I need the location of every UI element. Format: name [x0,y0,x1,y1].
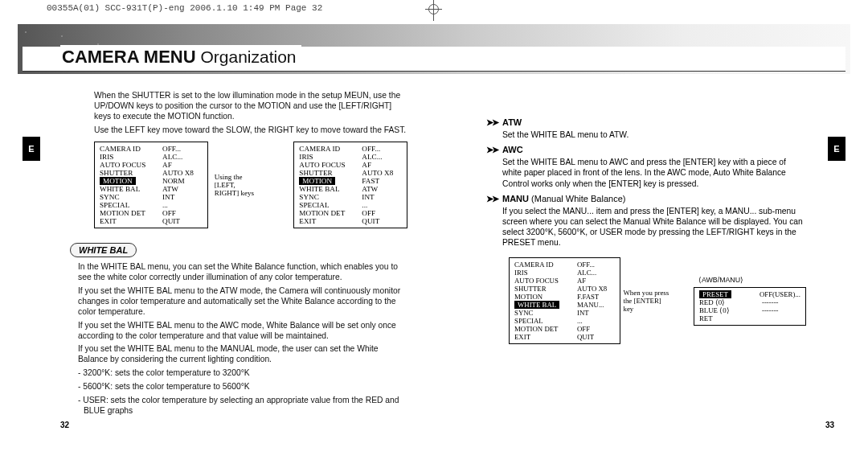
menu-row: WHITE BALATW [299,185,402,193]
menu-block-c: CAMERA IDOFF...IRISALC...AUTO FOCUSAFSHU… [509,257,620,344]
page-number-right: 33 [825,421,834,429]
menu-label: MOTION [299,177,335,185]
menu-row: SHUTTERAUTO X8 [100,169,203,177]
side-tab-left: E [23,137,40,161]
menu-label: MOTION DET [299,209,345,217]
menu-row: SYNCINT [299,193,402,201]
awb-head: ⟨AWB/MANU⟩ [698,276,806,284]
menu-value: INT [162,193,174,201]
menu-value: ATW [362,185,378,193]
menu-row: EXITQUIT [100,217,203,225]
menu-label: SPECIAL [514,317,543,325]
menu-value: NORM [162,177,185,185]
header-rule [23,71,845,72]
menu-value: INT [577,309,589,317]
section-white-bal: WHITE BAL [70,243,137,257]
menu-label: MOTION [100,177,136,185]
menu-label: SPECIAL [100,201,129,209]
menu-value: AUTO X8 [162,169,194,177]
menu-value: ALC... [162,153,182,161]
menu-block-b: CAMERA IDOFF...IRISALC...AUTO FOCUSAFSHU… [293,142,407,228]
wb-para-2: If you set the WHITE BAL menu to the ATW… [78,286,407,318]
menu-value: OFF... [577,261,595,269]
awc-heading: ➤➤AWC [486,145,806,155]
menu-value: AF [362,161,371,169]
menu-value: ALC... [577,269,596,277]
menu-row: PRESETOFF(USER)... [699,290,800,298]
menu-value: OFF... [362,145,380,153]
menu-label: IRIS [514,269,528,277]
menu-label: AUTO FOCUS [299,161,345,169]
manu-body: If you select the MANU... item and press… [502,206,806,248]
menu-value: OFF [162,209,176,217]
menu-value: ------- [762,306,779,314]
menu-row: MOTIONNORM [100,177,203,185]
menu-row: CAMERA IDOFF... [299,145,402,153]
arrow-icon: ➤➤ [486,145,499,155]
menu-row: SYNCINT [100,193,203,201]
menu-value: AF [577,277,586,285]
atw-heading: ➤➤ATW [486,117,806,128]
menu-value: QUIT [577,333,594,341]
page-title: CAMERA MENU Organization [60,45,301,69]
menu-row: AUTO FOCUSAF [514,277,615,285]
menu-value: ATW [162,185,178,193]
menu-value: ALC... [362,153,382,161]
menu-row: WHITE BALMANU... [514,301,615,309]
menu-row: AUTO FOCUSAF [100,161,203,169]
page-number-left: 32 [60,421,69,429]
menu-value: QUIT [362,217,379,225]
menu-row: BLUE ⟨0⟩------- [699,306,800,314]
menu-value: AUTO X8 [362,169,393,177]
menu-label: IRIS [299,153,313,161]
menu-value: OFF [362,209,375,217]
menu-row: IRISALC... [299,153,402,161]
menu-value: OFF... [162,145,181,153]
menu-value: FAST [362,177,379,185]
menu-value: AUTO X8 [577,285,607,293]
manu-heading: ➤➤MANU (Manual White Balance) [486,194,806,204]
arrow-icon: ➤➤ [486,194,499,204]
menu-label: WHITE BAL [514,301,559,309]
menu-row: SHUTTERAUTO X8 [514,285,615,293]
menu-label: SYNC [100,193,120,201]
menu-label: CAMERA ID [514,261,554,269]
print-meta: 00355A(01) SCC-931T(P)-eng 2006.1.10 1:4… [47,3,322,13]
menu-row: MOTION DETOFF [299,209,402,217]
menu-label: RET [699,314,713,322]
side-tab-right: E [828,137,845,161]
menu-row: SYNCINT [514,309,615,317]
menu-label: AUTO FOCUS [100,161,145,169]
menu-row: MOTION DETOFF [514,325,615,333]
menu-label: SHUTTER [100,169,133,177]
menu-value: INT [362,193,374,201]
menu-row: EXITQUIT [299,217,402,225]
menu-row: MOTIONFAST [299,177,402,185]
menu-label: MOTION DET [100,209,145,217]
keys-note: Using the [LEFT, RIGHT] keys [215,173,259,197]
wb-bullet-1: - 3200°K: sets the color temperature to … [78,368,407,379]
menu-label: SHUTTER [514,285,547,293]
menu-row: SPECIAL... [100,201,203,209]
arrow-icon: ➤➤ [486,117,499,128]
menu-row: RED ⟨0⟩------- [699,298,800,306]
menu-value: OFF [577,325,590,333]
menu-value: OFF(USER)... [760,290,800,298]
menu-row: SPECIAL... [299,201,402,209]
title-light: Organization [196,47,297,66]
menu-row: EXITQUIT [514,333,615,341]
intro-para-1: When the SHUTTER is set to the low illum… [94,91,407,122]
wb-para-1: In the WHITE BAL menu, you can set the W… [78,262,407,283]
menu-row: IRISALC... [514,269,615,277]
menu-block-a: CAMERA IDOFF...IRISALC...AUTO FOCUSAFSHU… [94,142,208,228]
menu-value: ... [362,201,367,209]
menu-row: CAMERA IDOFF... [100,145,203,153]
wb-para-4: If you set the WHITE BAL menu to the MAN… [78,344,407,365]
menu-label: AUTO FOCUS [514,277,559,285]
menu-label: WHITE BAL [100,185,140,193]
title-strong: CAMERA MENU [62,47,196,67]
menu-value: ------- [762,298,779,306]
menu-value: ... [577,317,583,325]
menu-label: WHITE BAL [299,185,339,193]
left-column: When the SHUTTER is set to the low illum… [78,91,407,420]
